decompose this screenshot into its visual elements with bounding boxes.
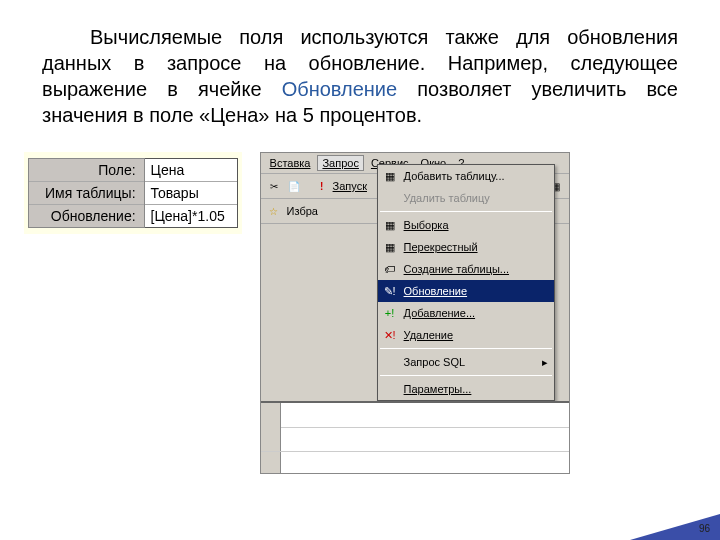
paragraph: Вычисляемые поля используются также для … <box>0 0 720 128</box>
dd-add-table-label: Добавить таблицу... <box>404 170 505 182</box>
menu-query[interactable]: Запрос <box>317 155 363 171</box>
add-table-icon: ▦ <box>382 168 398 184</box>
append-icon: +! <box>382 305 398 321</box>
dd-delete-table: Удалить таблицу <box>378 187 554 209</box>
separator <box>380 375 552 376</box>
copy-icon[interactable]: 📄 <box>285 177 303 195</box>
blank-icon <box>382 381 398 397</box>
query-dropdown: ▦ Добавить таблицу... Удалить таблицу ▦ … <box>377 164 555 401</box>
cut-icon[interactable]: ✂ <box>265 177 283 195</box>
label-field: Поле: <box>29 159 144 182</box>
dd-delete-label: Удаление <box>404 329 454 341</box>
blank-icon <box>382 354 398 370</box>
run-bang-icon[interactable]: ! <box>313 177 331 195</box>
run-label[interactable]: Запуск <box>333 180 367 192</box>
dd-append-label: Добавление... <box>404 307 476 319</box>
value-table[interactable]: Товары <box>145 182 237 205</box>
crosstab-icon: ▦ <box>382 239 398 255</box>
dd-update[interactable]: ✎! Обновление <box>378 280 554 302</box>
datasheet-bg <box>261 401 569 473</box>
content-row: Поле: Имя таблицы: Обновление: Цена Това… <box>0 128 720 474</box>
separator <box>380 348 552 349</box>
dd-crosstab[interactable]: ▦ Перекрестный <box>378 236 554 258</box>
dd-delete[interactable]: ✕! Удаление <box>378 324 554 346</box>
label-table: Имя таблицы: <box>29 182 144 205</box>
menu-insert[interactable]: Вставка <box>265 155 316 171</box>
query-grid-labels: Поле: Имя таблицы: Обновление: <box>28 158 145 228</box>
delete-icon: ✕! <box>382 327 398 343</box>
row-selector <box>261 403 281 473</box>
select-icon: ▦ <box>382 217 398 233</box>
dd-select-label: Выборка <box>404 219 449 231</box>
dd-delete-table-label: Удалить таблицу <box>404 192 490 204</box>
dd-params[interactable]: Параметры... <box>378 378 554 400</box>
dd-make-table-label: Создание таблицы... <box>404 263 509 275</box>
query-grid: Поле: Имя таблицы: Обновление: Цена Това… <box>24 152 242 234</box>
dd-select[interactable]: ▦ Выборка <box>378 214 554 236</box>
access-window: Вставка Запрос Сервис Окно ? ✂ 📄 ! Запус… <box>260 152 570 474</box>
favorites-label: Избра <box>287 205 318 217</box>
blank-icon <box>382 190 398 206</box>
dd-params-label: Параметры... <box>404 383 472 395</box>
dd-sql-label: Запрос SQL <box>404 356 466 368</box>
value-update[interactable]: [Цена]*1.05 <box>145 205 237 227</box>
update-icon: ✎! <box>382 283 398 299</box>
star-icon[interactable]: ☆ <box>265 202 283 220</box>
query-grid-values: Цена Товары [Цена]*1.05 <box>145 158 238 228</box>
dd-add-table[interactable]: ▦ Добавить таблицу... <box>378 165 554 187</box>
make-table-icon: 🏷 <box>382 261 398 277</box>
value-field[interactable]: Цена <box>145 159 237 182</box>
dd-make-table[interactable]: 🏷 Создание таблицы... <box>378 258 554 280</box>
para-update-word: Обновление <box>282 78 397 100</box>
chevron-right-icon: ▸ <box>542 356 548 369</box>
label-update: Обновление: <box>29 205 144 227</box>
dd-update-label: Обновление <box>404 285 468 297</box>
separator <box>380 211 552 212</box>
dd-crosstab-label: Перекрестный <box>404 241 478 253</box>
dd-append[interactable]: +! Добавление... <box>378 302 554 324</box>
dd-sql[interactable]: Запрос SQL ▸ <box>378 351 554 373</box>
page-number: 96 <box>699 523 710 534</box>
